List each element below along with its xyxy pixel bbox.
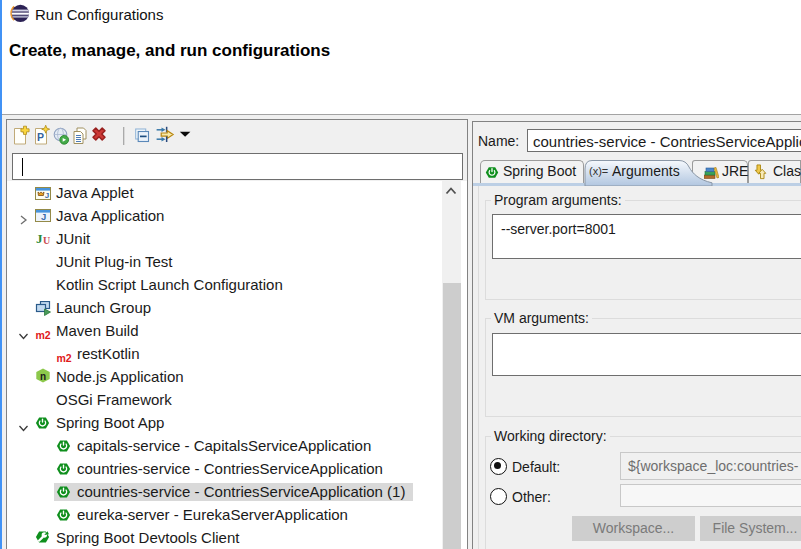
svg-text:m2: m2 [57, 353, 72, 363]
svg-text:n: n [40, 371, 46, 382]
svg-text:J: J [36, 231, 43, 245]
svg-text:J: J [45, 191, 49, 200]
svg-text:m2: m2 [36, 330, 51, 340]
svg-text:J: J [41, 211, 46, 222]
svg-text:P: P [37, 131, 44, 143]
svg-text:U: U [43, 235, 50, 245]
